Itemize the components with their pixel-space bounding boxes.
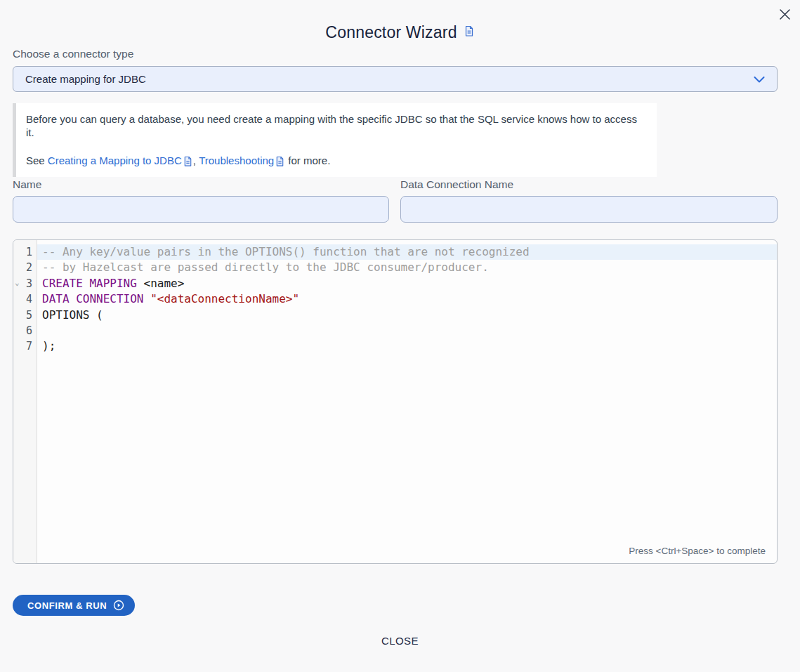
link-label: Creating a Mapping to JDBC xyxy=(48,154,182,167)
info-description: Before you can query a database, you nee… xyxy=(26,112,644,139)
connector-type-label: Choose a connector type xyxy=(13,48,133,60)
link-label: Troubleshooting xyxy=(199,154,274,167)
info-box: Before you can query a database, you nee… xyxy=(13,103,657,177)
editor-gutter: 12⌄34567 xyxy=(13,240,37,563)
info-box-content: Before you can query a database, you nee… xyxy=(16,103,657,177)
connector-type-select[interactable]: Create mapping for JDBC xyxy=(13,66,778,92)
info-separator: , xyxy=(193,154,199,166)
autocomplete-hint: Press <Ctrl+Space> to complete xyxy=(629,546,766,556)
code-line[interactable]: CREATE MAPPING <name> xyxy=(37,276,777,291)
link-creating-a-mapping-to-jdbc[interactable]: Creating a Mapping to JDBC xyxy=(48,154,193,167)
line-number: 2 xyxy=(13,260,37,275)
confirm-button-label: CONFIRM & RUN xyxy=(27,600,107,611)
play-circle-icon xyxy=(113,600,124,611)
data-connection-name-label: Data Connection Name xyxy=(400,178,513,191)
info-see-prefix: See xyxy=(26,154,48,166)
info-links-line: See Creating a Mapping to JDBC, Troubles… xyxy=(26,154,644,167)
fold-chevron-icon[interactable]: ⌄ xyxy=(15,275,20,291)
code-line[interactable]: ); xyxy=(37,338,777,354)
dialog-header: Connector Wizard xyxy=(0,23,800,42)
data-connection-name-input[interactable] xyxy=(400,196,778,223)
line-number: ⌄3 xyxy=(13,276,37,291)
line-number: 1 xyxy=(13,244,37,260)
code-line[interactable]: -- Any key/value pairs in the OPTIONS() … xyxy=(37,244,777,260)
sql-code-editor[interactable]: 12⌄34567 -- Any key/value pairs in the O… xyxy=(13,239,778,564)
connector-type-selected-value: Create mapping for JDBC xyxy=(25,73,146,85)
page-title: Connector Wizard xyxy=(325,23,457,42)
confirm-and-run-button[interactable]: CONFIRM & RUN xyxy=(13,595,135,616)
name-label: Name xyxy=(13,178,41,191)
code-line[interactable]: -- by Hazelcast are passed directly to t… xyxy=(37,260,777,275)
close-icon[interactable] xyxy=(777,6,792,22)
code-line[interactable] xyxy=(37,323,777,338)
line-number: 7 xyxy=(13,338,37,354)
info-suffix: for more. xyxy=(285,154,330,166)
line-number: 6 xyxy=(13,323,37,338)
code-line[interactable]: OPTIONS ( xyxy=(37,308,777,323)
document-icon xyxy=(275,156,285,167)
line-number: 4 xyxy=(13,291,37,307)
editor-code[interactable]: -- Any key/value pairs in the OPTIONS() … xyxy=(37,240,777,563)
name-input[interactable] xyxy=(13,196,389,223)
code-line[interactable]: DATA CONNECTION "<dataConnectionName>" xyxy=(37,291,777,307)
close-dialog-button[interactable]: CLOSE xyxy=(0,633,800,648)
chevron-down-icon xyxy=(754,73,765,86)
link-troubleshooting[interactable]: Troubleshooting xyxy=(199,154,285,167)
document-icon[interactable] xyxy=(464,25,475,40)
document-icon xyxy=(183,156,193,167)
line-number: 5 xyxy=(13,308,37,323)
